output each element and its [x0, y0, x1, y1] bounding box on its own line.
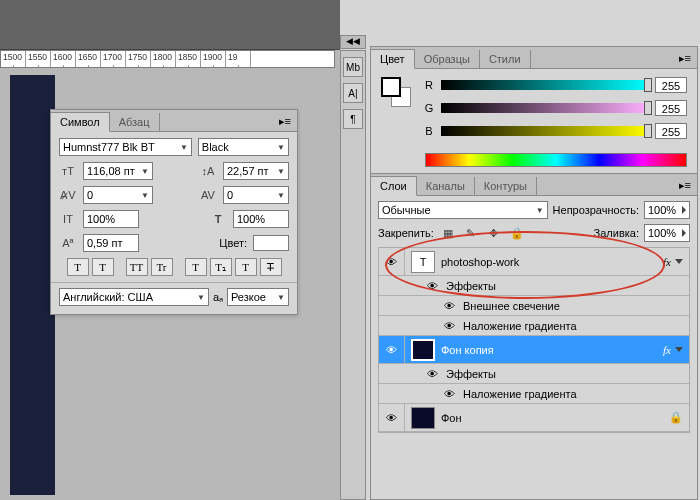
text-style-button[interactable]: T₁	[210, 258, 232, 276]
opacity-label: Непрозрачность:	[553, 204, 639, 216]
font-family-select[interactable]: Humnst777 Blk BT▼	[59, 138, 192, 156]
r-slider[interactable]	[441, 80, 649, 90]
text-style-button[interactable]: T	[67, 258, 89, 276]
layer-effect-item[interactable]: 👁Наложение градиента	[379, 316, 689, 336]
blend-mode-select[interactable]: Обычные▼	[378, 201, 548, 219]
font-style-select[interactable]: Black▼	[198, 138, 289, 156]
character-panel: Символ Абзац ▸≡ Humnst777 Blk BT▼ Black▼…	[50, 109, 298, 315]
g-label: G	[423, 102, 435, 114]
vscale-input[interactable]: 100%	[83, 210, 139, 228]
kerning-icon: A̷V	[59, 189, 77, 202]
tab-paths[interactable]: Контуры	[475, 177, 537, 195]
visibility-eye-icon[interactable]: 👁	[424, 368, 440, 380]
text-style-button[interactable]: Tr	[151, 258, 173, 276]
visibility-eye-icon[interactable]: 👁	[379, 336, 405, 363]
lock-move-icon[interactable]: ✥	[485, 227, 503, 240]
leading-icon: ↕A	[199, 165, 217, 177]
fg-bg-color-swatch[interactable]	[381, 77, 411, 107]
effects-header[interactable]: 👁Эффекты	[379, 364, 689, 384]
spectrum-picker[interactable]	[425, 153, 687, 167]
hscale-icon: T	[209, 213, 227, 225]
visibility-eye-icon[interactable]: 👁	[379, 404, 405, 431]
visibility-eye-icon[interactable]: 👁	[441, 388, 457, 400]
r-value[interactable]: 255	[655, 77, 687, 93]
panel-menu-icon[interactable]: ▸≡	[673, 49, 697, 68]
layer-effect-item[interactable]: 👁Наложение градиента	[379, 384, 689, 404]
text-style-button[interactable]: T̶	[260, 258, 282, 276]
visibility-eye-icon[interactable]: 👁	[441, 300, 457, 312]
tab-paragraph[interactable]: Абзац	[110, 113, 160, 131]
language-select[interactable]: Английский: США▼	[59, 288, 209, 306]
layer-name[interactable]: Фон копия	[441, 344, 663, 356]
tracking-icon: AV	[199, 189, 217, 201]
right-panel-group: Цвет Образцы Стили ▸≡ R255 G255 B255 Сло…	[370, 46, 698, 500]
b-value[interactable]: 255	[655, 123, 687, 139]
font-size-icon: тT	[59, 165, 77, 177]
layer-effect-item[interactable]: 👁Внешнее свечение	[379, 296, 689, 316]
r-label: R	[423, 79, 435, 91]
panel-menu-icon[interactable]: ▸≡	[273, 112, 297, 131]
tab-styles[interactable]: Стили	[480, 50, 531, 68]
tab-channels[interactable]: Каналы	[417, 177, 475, 195]
character-tabbar: Символ Абзац ▸≡	[51, 110, 297, 132]
lock-all-icon[interactable]: 🔒	[508, 227, 526, 240]
dock-item[interactable]: Mb	[343, 57, 363, 77]
lock-label: Закрепить:	[378, 227, 434, 239]
tab-layers[interactable]: Слои	[371, 176, 417, 196]
vscale-icon: IT	[59, 213, 77, 225]
b-label: B	[423, 125, 435, 137]
antialias-select[interactable]: Резкое▼	[227, 288, 289, 306]
tab-color[interactable]: Цвет	[371, 49, 415, 69]
layer-thumbnail[interactable]	[411, 407, 435, 429]
layer-name[interactable]: photoshop-work	[441, 256, 663, 268]
baseline-input[interactable]: 0,59 пт	[83, 234, 139, 252]
g-slider[interactable]	[441, 103, 649, 113]
dock-item[interactable]: A|	[343, 83, 363, 103]
leading-input[interactable]: 22,57 пт▼	[223, 162, 289, 180]
font-size-input[interactable]: 116,08 пт▼	[83, 162, 153, 180]
lock-brush-icon[interactable]: ✎	[462, 227, 480, 240]
layer-name[interactable]: Фон	[441, 412, 669, 424]
tab-symbol[interactable]: Символ	[51, 112, 110, 132]
collapse-dock-icon[interactable]: ◀◀	[340, 35, 366, 49]
text-style-button[interactable]: T	[92, 258, 114, 276]
antialias-icon: aₐ	[213, 291, 223, 304]
visibility-eye-icon[interactable]: 👁	[424, 280, 440, 292]
text-style-button[interactable]: T	[235, 258, 257, 276]
fill-label: Заливка:	[594, 227, 639, 239]
layer-row[interactable]: 👁Фон🔒	[379, 404, 689, 432]
fx-icon[interactable]: fx	[663, 344, 671, 356]
layer-row[interactable]: 👁Фон копияfx	[379, 336, 689, 364]
layer-thumbnail[interactable]	[411, 339, 435, 361]
b-slider[interactable]	[441, 126, 649, 136]
canvas-document[interactable]	[10, 75, 55, 495]
tracking-input[interactable]: 0▼	[223, 186, 289, 204]
panel-menu-icon[interactable]: ▸≡	[673, 176, 697, 195]
baseline-icon: Aª	[59, 237, 77, 249]
hscale-input[interactable]: 100%	[233, 210, 289, 228]
layers-panel: Слои Каналы Контуры ▸≡ Обычные▼ Непрозра…	[371, 174, 697, 433]
layer-thumbnail[interactable]: T	[411, 251, 435, 273]
fill-input[interactable]: 100%	[644, 224, 690, 242]
dock-item[interactable]: ¶	[343, 109, 363, 129]
lock-transparent-icon[interactable]: ▦	[439, 227, 457, 240]
color-label: Цвет:	[219, 237, 247, 249]
text-color-swatch[interactable]	[253, 235, 289, 251]
layer-row[interactable]: 👁Tphotoshop-workfx	[379, 248, 689, 276]
text-style-button[interactable]: TT	[126, 258, 148, 276]
text-style-buttons: TTTTTrTT₁TT̶	[59, 258, 289, 276]
window-chrome	[0, 0, 340, 50]
fx-icon[interactable]: fx	[663, 256, 671, 268]
horizontal-ruler[interactable]: 15001550160016501700175018001850190019	[0, 50, 335, 68]
visibility-eye-icon[interactable]: 👁	[441, 320, 457, 332]
color-panel: Цвет Образцы Стили ▸≡ R255 G255 B255	[371, 47, 697, 174]
tool-dock: MbA|¶	[340, 50, 366, 500]
text-style-button[interactable]: T	[185, 258, 207, 276]
effects-header[interactable]: 👁Эффекты	[379, 276, 689, 296]
visibility-eye-icon[interactable]: 👁	[379, 248, 405, 275]
kerning-input[interactable]: 0▼	[83, 186, 153, 204]
lock-icon: 🔒	[669, 411, 683, 425]
g-value[interactable]: 255	[655, 100, 687, 116]
opacity-input[interactable]: 100%	[644, 201, 690, 219]
tab-swatches[interactable]: Образцы	[415, 50, 480, 68]
